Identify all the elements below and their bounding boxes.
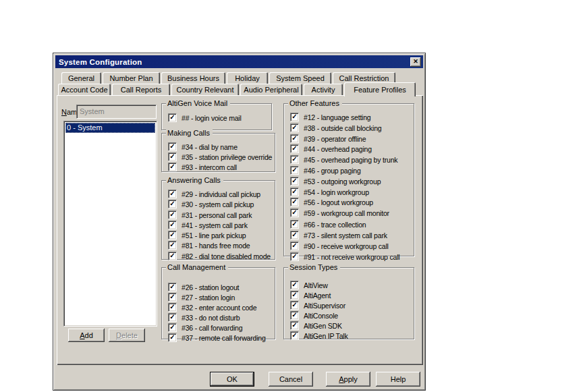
checkbox-row: ✓#59 - workgroup call monitor: [290, 208, 412, 218]
check-icon: ✓: [169, 324, 175, 331]
checkbox[interactable]: ✓: [168, 152, 177, 161]
checkbox[interactable]: ✓: [290, 198, 299, 206]
check-icon: ✓: [169, 314, 175, 320]
check-icon: ✓: [169, 114, 175, 121]
checkbox-label: #93 - intercom call: [182, 163, 237, 172]
checkbox[interactable]: ✓: [168, 333, 177, 342]
checkbox-label: AltiGen IP Talk: [304, 331, 348, 341]
group-title: Other Features: [288, 99, 342, 108]
tab-account-code[interactable]: Account Code: [58, 84, 111, 95]
tab-system-speed[interactable]: System Speed: [269, 72, 331, 84]
checkbox-label: #53 - outgoing workgroup: [304, 177, 381, 186]
checkbox[interactable]: ✓: [290, 311, 299, 320]
checkbox[interactable]: ✓: [290, 144, 299, 153]
checkbox[interactable]: ✓: [168, 252, 177, 260]
checkbox[interactable]: ✓: [168, 200, 177, 208]
checkbox-row: ✓AltiGen SDK: [290, 321, 412, 331]
help-button[interactable]: Help: [376, 372, 420, 387]
checkbox-label: #32 - enter account code: [182, 303, 256, 312]
feature-profiles-panel: Name: System 0 - System Add Delete AltiG…: [57, 95, 423, 365]
check-icon: ✓: [169, 211, 175, 218]
checkbox[interactable]: ✓: [168, 221, 177, 229]
tab-audio-peripheral[interactable]: Audio Peripheral: [240, 84, 302, 95]
apply-button[interactable]: Apply: [326, 372, 370, 387]
checkbox-label: #45 - overhead paging by trunk: [304, 155, 397, 165]
group-other-features: Other Features ✓#12 - language setting ✓…: [283, 103, 414, 256]
tab-row-2: Account Code Call Reports Country Releva…: [58, 84, 416, 95]
check-icon: ✓: [169, 231, 175, 238]
list-item-system[interactable]: 0 - System: [65, 123, 155, 133]
checkbox-label: #59 - workgroup call monitor: [304, 208, 389, 218]
checkbox-label: #66 - trace collection: [304, 220, 366, 229]
check-icon: ✓: [169, 283, 175, 290]
checkbox[interactable]: ✓: [290, 123, 299, 132]
checkbox[interactable]: ✓: [290, 331, 299, 340]
cancel-button[interactable]: Cancel: [269, 372, 313, 387]
checkbox[interactable]: ✓: [290, 252, 299, 261]
group-title: Answering Calls: [166, 176, 223, 185]
checkbox[interactable]: ✓: [290, 208, 299, 217]
checkbox[interactable]: ✓: [290, 242, 299, 250]
check-icon: ✓: [292, 302, 297, 308]
checkbox[interactable]: ✓: [290, 231, 299, 240]
check-icon: ✓: [169, 334, 175, 341]
checkbox-row: ✓#81 - hands free mode: [168, 241, 273, 250]
check-icon: ✓: [292, 291, 297, 298]
checkbox[interactable]: ✓: [290, 113, 299, 121]
checkbox-row: ✓#32 - enter account code: [168, 303, 273, 312]
tab-call-reports[interactable]: Call Reports: [112, 84, 170, 95]
checkbox-label: #54 - login workgroup: [304, 188, 369, 197]
check-icon: ✓: [292, 242, 297, 249]
add-button[interactable]: Add: [68, 329, 105, 342]
checkbox[interactable]: ✓: [168, 231, 177, 240]
tab-feature-profiles[interactable]: Feature Profiles: [344, 82, 416, 96]
checkbox[interactable]: ✓: [290, 321, 299, 330]
check-icon: ✓: [292, 281, 297, 288]
checkbox[interactable]: ✓: [168, 163, 177, 171]
checkbox-row: ✓#38 - outside call blocking: [290, 123, 412, 133]
tab-holiday[interactable]: Holiday: [227, 72, 268, 84]
checkbox[interactable]: ✓: [168, 241, 177, 250]
checkbox[interactable]: ✓: [168, 323, 177, 332]
checkbox-label: ## - login voice mail: [182, 113, 242, 123]
checkbox[interactable]: ✓: [290, 166, 299, 175]
checkbox[interactable]: ✓: [290, 134, 299, 143]
profile-listbox[interactable]: 0 - System: [63, 121, 157, 327]
group-title: Call Management: [166, 263, 228, 272]
tab-number-plan[interactable]: Number Plan: [103, 72, 160, 84]
checkbox[interactable]: ✓: [290, 301, 299, 310]
checkbox[interactable]: ✓: [168, 190, 177, 198]
check-icon: ✓: [169, 200, 175, 207]
checkbox[interactable]: ✓: [168, 113, 177, 122]
check-icon: ✓: [292, 221, 297, 227]
profile-name-field: System: [76, 105, 157, 119]
checkbox[interactable]: ✓: [290, 281, 299, 289]
checkbox[interactable]: ✓: [290, 188, 299, 196]
checkbox-row: ✓#66 - trace collection: [290, 220, 412, 229]
tab-country-relevant[interactable]: Country Relevant: [171, 84, 239, 95]
titlebar[interactable]: System Configuration ✕: [55, 55, 423, 68]
checkbox[interactable]: ✓: [168, 211, 177, 219]
checkbox-row: ✓#90 - receive workgroup call: [290, 242, 412, 251]
tab-business-hours[interactable]: Business Hours: [161, 72, 225, 84]
checkbox[interactable]: ✓: [168, 313, 177, 322]
group-session-types: Session Types ✓AltiView ✓AltiAgent ✓Alti…: [283, 267, 414, 339]
checkbox-row: ✓#91 - not receive workgroup call: [290, 252, 412, 262]
tab-general[interactable]: General: [61, 72, 101, 84]
close-button[interactable]: ✕: [410, 57, 421, 67]
checkbox[interactable]: ✓: [168, 142, 177, 151]
checkbox[interactable]: ✓: [290, 155, 299, 164]
checkbox[interactable]: ✓: [290, 220, 299, 229]
checkbox[interactable]: ✓: [168, 303, 177, 312]
checkbox[interactable]: ✓: [290, 177, 299, 186]
tab-activity[interactable]: Activity: [304, 84, 343, 95]
checkbox-row: ✓#46 - group paging: [290, 166, 412, 175]
checkbox[interactable]: ✓: [290, 291, 299, 300]
checkbox-label: #29 - individual call pickup: [182, 190, 260, 199]
ok-button[interactable]: OK: [210, 372, 254, 387]
checkbox-row: ✓#39 - operator offline: [290, 134, 412, 144]
check-icon: ✓: [292, 231, 297, 238]
checkbox[interactable]: ✓: [168, 283, 177, 291]
checkbox[interactable]: ✓: [168, 293, 177, 302]
delete-button: Delete: [109, 329, 145, 342]
